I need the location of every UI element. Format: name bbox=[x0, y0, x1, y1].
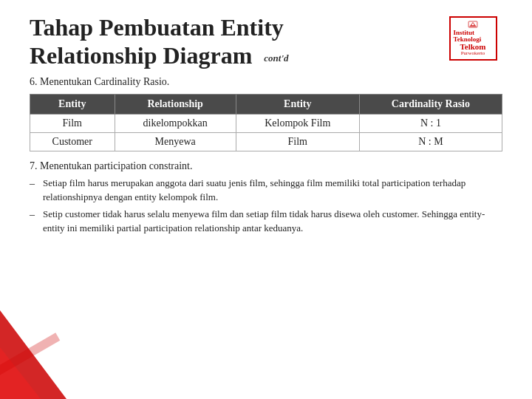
title-block: Tahap Pembuatan Entity Relationship Diag… bbox=[30, 13, 443, 70]
col-header-cardinality: Cardinality Rasio bbox=[359, 94, 502, 114]
logo-text-purwokerto: Purwokerto bbox=[461, 51, 485, 56]
bullet-dash-1: – bbox=[30, 177, 43, 191]
table-row: Film dikelompokkan Kelompok Film N : 1 bbox=[30, 114, 502, 132]
title-line1: Tahap Pembuatan Entity bbox=[30, 14, 284, 41]
col-header-entity1: Entity bbox=[30, 94, 115, 114]
cardinality-table: Entity Relationship Entity Cardinality R… bbox=[30, 94, 502, 151]
row2-cardinality: N : M bbox=[359, 132, 502, 151]
logo-text-it: Institut Teknologi bbox=[454, 30, 493, 43]
row2-entity2: Film bbox=[236, 132, 359, 151]
logo-icon bbox=[462, 21, 484, 28]
bullet-text-1: Setiap film harus merupakan anggota dari… bbox=[43, 177, 502, 205]
page-title: Tahap Pembuatan Entity Relationship Diag… bbox=[30, 13, 443, 70]
logo-box: Institut Teknologi Telkom Purwokerto bbox=[449, 16, 497, 61]
page-content: Tahap Pembuatan Entity Relationship Diag… bbox=[0, 0, 532, 245]
bullet-text-2: Setip customer tidak harus selalu menyew… bbox=[43, 208, 502, 236]
svg-rect-2 bbox=[0, 332, 60, 381]
row1-relationship: dikelompokkan bbox=[115, 114, 236, 132]
header-area: Tahap Pembuatan Entity Relationship Diag… bbox=[30, 13, 502, 70]
decorative-shapes bbox=[0, 251, 81, 399]
row1-cardinality: N : 1 bbox=[359, 114, 502, 132]
step7-block: 7. Menentukan participation constraint. … bbox=[30, 159, 502, 236]
row1-entity1: Film bbox=[30, 114, 115, 132]
cardinality-table-wrapper: Entity Relationship Entity Cardinality R… bbox=[30, 94, 502, 151]
title-line2: Relationship Diagram bbox=[30, 42, 252, 69]
svg-marker-0 bbox=[0, 310, 66, 399]
col-header-relationship: Relationship bbox=[115, 94, 236, 114]
step6-label: 6. Menentukan Cardinality Rasio. bbox=[30, 76, 502, 88]
table-header-row: Entity Relationship Entity Cardinality R… bbox=[30, 94, 502, 114]
contd-label: cont'd bbox=[264, 52, 288, 64]
table-row: Customer Menyewa Film N : M bbox=[30, 132, 502, 151]
row2-relationship: Menyewa bbox=[115, 132, 236, 151]
bullet-item-1: – Setiap film harus merupakan anggota da… bbox=[30, 177, 502, 205]
svg-point-5 bbox=[472, 24, 474, 26]
col-header-entity2: Entity bbox=[236, 94, 359, 114]
svg-marker-1 bbox=[0, 347, 41, 399]
bullet-dash-2: – bbox=[30, 208, 43, 222]
row1-entity2: Kelompok Film bbox=[236, 114, 359, 132]
row2-entity1: Customer bbox=[30, 132, 115, 151]
bullet-item-2: – Setip customer tidak harus selalu meny… bbox=[30, 208, 502, 236]
step7-title: 7. Menentukan participation constraint. bbox=[30, 159, 502, 174]
logo-area: Institut Teknologi Telkom Purwokerto bbox=[443, 13, 502, 61]
